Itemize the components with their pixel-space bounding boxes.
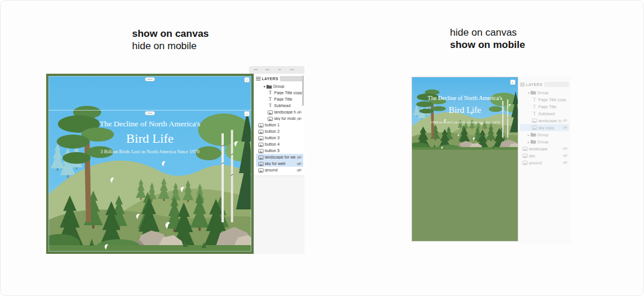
- right-annotation-line2: show on mobile: [450, 39, 525, 51]
- layer-label: Subhead: [538, 112, 568, 116]
- section-info-badge-icon[interactable]: i: [244, 111, 250, 116]
- expander-icon[interactable]: ▾: [262, 84, 266, 88]
- image-layer-icon: [522, 153, 528, 159]
- layer-label: Group: [537, 140, 568, 144]
- layer-row[interactable]: button 3: [256, 135, 303, 141]
- section-info-badge-icon[interactable]: i: [510, 80, 515, 85]
- toolbar-icon[interactable]: [278, 69, 281, 70]
- web-canvas[interactable]: The Decline of North America's Bird Life…: [46, 74, 254, 254]
- layer-row[interactable]: T Page Title: [520, 103, 569, 110]
- layers-panel-web: LAYERS ▾ Group T: [254, 74, 304, 254]
- layer-label: Group: [537, 133, 568, 137]
- layer-label: Page Title copy: [538, 98, 568, 102]
- eye-hidden-icon[interactable]: [296, 116, 302, 121]
- toolbar-icon[interactable]: [254, 69, 258, 70]
- layer-row[interactable]: ▾ Group: [256, 83, 303, 90]
- folder-icon: [531, 90, 536, 95]
- panel-tab[interactable]: [280, 76, 303, 81]
- eye-hidden-icon[interactable]: [562, 160, 568, 165]
- left-annotation-line2: hide on mobile: [132, 40, 209, 52]
- toolbar-icon[interactable]: [265, 69, 269, 70]
- layer-row[interactable]: ground: [520, 159, 569, 166]
- layer-label: sky copy: [538, 126, 562, 130]
- comparison-card: show on canvas hide on mobile hide on ca…: [0, 0, 644, 296]
- image-layer-icon: [268, 109, 273, 115]
- layer-row[interactable]: sky for mobile: [256, 115, 303, 122]
- page-title-line2[interactable]: Bird Life: [49, 131, 251, 146]
- image-layer-icon: [258, 135, 264, 140]
- image-layer-icon: [258, 154, 264, 160]
- layer-row[interactable]: ▸ Group: [520, 138, 569, 145]
- eye-hidden-icon[interactable]: [562, 153, 568, 158]
- section-info-badge-icon[interactable]: i: [244, 77, 250, 82]
- expander-icon[interactable]: ▸: [527, 133, 531, 137]
- layers-panel-title: LAYERS: [526, 82, 542, 87]
- image-layer-icon: [258, 167, 264, 173]
- text-layer-icon: T: [268, 103, 273, 108]
- layer-row[interactable]: T Page Title copy: [256, 90, 303, 96]
- layer-label: Group: [537, 91, 568, 95]
- layer-row[interactable]: landscape copy: [520, 117, 569, 124]
- layer-label: sky: [529, 154, 562, 158]
- eye-hidden-icon[interactable]: [296, 161, 302, 166]
- text-layer-icon: T: [532, 111, 537, 116]
- page-subhead[interactable]: 3 Billion Birds Lost in North America Si…: [49, 149, 251, 154]
- mobile-canvas[interactable]: The Decline of North America's Bird Life…: [411, 77, 518, 242]
- layer-row[interactable]: sky copy: [520, 124, 569, 131]
- layer-row[interactable]: button 4: [256, 141, 303, 147]
- layer-row[interactable]: button 2: [256, 128, 303, 135]
- expander-icon[interactable]: ▸: [527, 140, 531, 144]
- layers-panel-title: LAYERS: [262, 77, 278, 81]
- eye-hidden-icon[interactable]: [296, 155, 302, 160]
- layer-label: Subhead: [274, 104, 302, 108]
- page-title-line2[interactable]: Bird Life: [412, 105, 518, 115]
- layer-row[interactable]: button 5: [256, 147, 303, 154]
- layer-row[interactable]: T Page Title: [256, 96, 303, 102]
- page-subhead[interactable]: 3 Billion Birds Lost in North America Si…: [412, 121, 518, 124]
- layer-label: Page Title: [538, 105, 568, 109]
- eye-hidden-icon[interactable]: [562, 125, 568, 130]
- layer-label: Page Title copy: [274, 91, 302, 95]
- text-layer-icon: T: [268, 90, 273, 95]
- layer-label: ground: [529, 161, 562, 165]
- image-layer-icon: [532, 118, 537, 123]
- layer-label: button 5: [265, 149, 302, 153]
- layer-row[interactable]: sky for web: [256, 160, 303, 167]
- right-annotation-line1: hide on canvas: [450, 26, 525, 39]
- layer-row[interactable]: ▸ Group: [520, 131, 569, 138]
- layer-label: button 4: [265, 142, 302, 146]
- image-layer-icon: [258, 129, 264, 134]
- image-layer-icon: [258, 142, 264, 147]
- panel-tab[interactable]: [544, 82, 569, 87]
- layer-row[interactable]: ground: [256, 167, 303, 173]
- eye-hidden-icon[interactable]: [562, 146, 568, 151]
- section-handle-icon[interactable]: [145, 111, 155, 115]
- app-toolbar: [249, 66, 304, 74]
- layer-label: button 3: [265, 136, 302, 140]
- layer-row[interactable]: button 1: [256, 122, 303, 128]
- section-handle-icon[interactable]: [145, 77, 155, 81]
- layer-row[interactable]: T Subhead: [256, 102, 303, 109]
- layers-icon: [520, 82, 525, 87]
- page-title-line1[interactable]: The Decline of North America's: [412, 95, 518, 101]
- layers-list-web: ▾ Group T Page Title copy: [256, 83, 303, 173]
- layer-row[interactable]: landscape: [520, 145, 569, 152]
- layer-label: button 2: [265, 129, 302, 133]
- folder-icon: [531, 139, 536, 144]
- expander-icon[interactable]: ▾: [527, 91, 531, 95]
- eye-hidden-icon[interactable]: [296, 168, 302, 173]
- page-title-line1[interactable]: The Decline of North America's: [49, 119, 251, 129]
- eye-hidden-icon[interactable]: [296, 110, 302, 115]
- layer-row[interactable]: T Page Title copy: [520, 96, 569, 103]
- image-layer-icon: [258, 161, 264, 166]
- layer-label: Page Title: [274, 97, 302, 101]
- layer-row[interactable]: landscape for m: [256, 109, 303, 115]
- eye-hidden-icon[interactable]: [562, 118, 568, 123]
- layer-row[interactable]: landscape for web: [256, 154, 303, 160]
- toolbar-icon[interactable]: [290, 69, 294, 70]
- scrollbar[interactable]: [302, 75, 304, 106]
- layer-row[interactable]: ▾ Group: [520, 89, 569, 96]
- layer-row[interactable]: T Subhead: [520, 110, 569, 117]
- layer-row[interactable]: sky: [520, 152, 569, 159]
- folder-icon: [266, 84, 272, 89]
